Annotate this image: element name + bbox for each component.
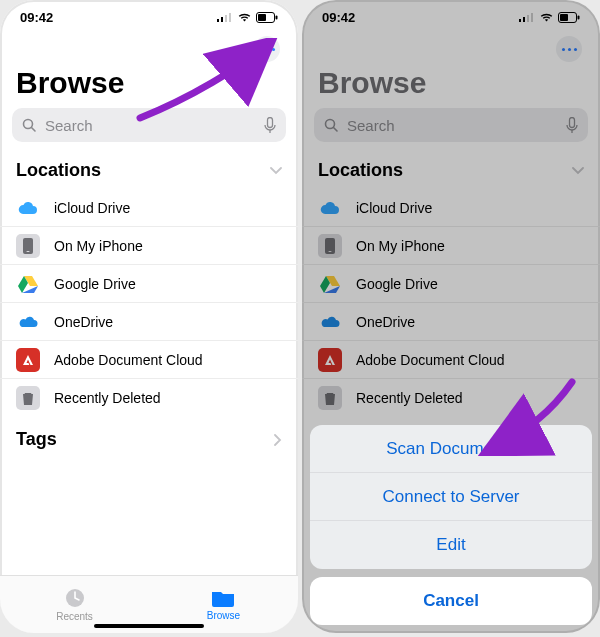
action-label: Cancel	[423, 591, 479, 611]
svg-rect-28	[325, 238, 335, 254]
svg-marker-30	[326, 276, 340, 286]
location-label: Recently Deleted	[54, 390, 161, 406]
wifi-icon	[237, 12, 252, 22]
action-sheet-group: Scan Documents Connect to Server Edit	[310, 425, 592, 569]
clock-icon	[64, 587, 86, 609]
location-row[interactable]: Recently Deleted	[0, 379, 298, 417]
status-bar: 09:42	[0, 0, 298, 34]
tags-header[interactable]: Tags	[0, 421, 298, 458]
location-label: iCloud Drive	[54, 200, 130, 216]
status-time: 09:42	[322, 10, 355, 25]
location-label: OneDrive	[356, 314, 415, 330]
location-row[interactable]: iCloud Drive	[0, 189, 298, 227]
location-label: Google Drive	[356, 276, 438, 292]
svg-rect-20	[531, 13, 533, 22]
search-placeholder: Search	[45, 117, 93, 134]
battery-icon	[256, 12, 278, 23]
svg-rect-5	[258, 14, 266, 21]
location-label: Adobe Document Cloud	[54, 352, 203, 368]
svg-point-24	[326, 119, 335, 128]
svg-marker-31	[320, 276, 330, 293]
phone-icon	[318, 234, 342, 258]
locations-label: Locations	[318, 160, 403, 181]
search-icon	[324, 118, 339, 133]
tags-label: Tags	[16, 429, 57, 450]
onedrive-icon	[318, 310, 342, 334]
cloud-icon	[318, 196, 342, 220]
svg-marker-32	[324, 286, 340, 293]
phone-right: 09:42 Browse Search Locations iCloud Dr	[302, 0, 600, 633]
status-time: 09:42	[20, 10, 53, 25]
action-label: Edit	[436, 535, 465, 555]
svg-rect-12	[27, 251, 30, 252]
chevron-down-icon	[270, 167, 282, 175]
wifi-icon	[539, 12, 554, 22]
action-cancel[interactable]: Cancel	[310, 577, 592, 625]
svg-rect-19	[527, 15, 529, 22]
location-row[interactable]: OneDrive	[302, 303, 600, 341]
location-row[interactable]: iCloud Drive	[302, 189, 600, 227]
location-label: Adobe Document Cloud	[356, 352, 505, 368]
location-label: On My iPhone	[54, 238, 143, 254]
signal-icon	[217, 12, 233, 22]
page-title: Browse	[0, 64, 298, 108]
action-label: Connect to Server	[382, 487, 519, 507]
location-label: OneDrive	[54, 314, 113, 330]
svg-rect-2	[225, 15, 227, 22]
svg-rect-29	[329, 251, 332, 252]
onedrive-icon	[16, 310, 40, 334]
chevron-right-icon	[274, 434, 282, 446]
location-row[interactable]: On My iPhone	[302, 227, 600, 265]
location-label: Google Drive	[54, 276, 136, 292]
locations-list: iCloud Drive On My iPhone Google Drive O…	[0, 189, 298, 417]
mic-icon[interactable]	[566, 117, 578, 134]
locations-header[interactable]: Locations	[302, 152, 600, 189]
location-label: Recently Deleted	[356, 390, 463, 406]
signal-icon	[519, 12, 535, 22]
svg-rect-9	[268, 117, 273, 127]
trash-icon	[318, 386, 342, 410]
location-row[interactable]: Adobe Document Cloud	[0, 341, 298, 379]
status-icons	[217, 12, 278, 23]
status-bar: 09:42	[302, 0, 600, 34]
location-row[interactable]: Google Drive	[0, 265, 298, 303]
action-sheet: Scan Documents Connect to Server Edit Ca…	[310, 425, 592, 625]
tab-label: Recents	[56, 611, 93, 622]
location-row[interactable]: Google Drive	[302, 265, 600, 303]
svg-rect-18	[523, 17, 525, 22]
svg-rect-3	[229, 13, 231, 22]
home-indicator[interactable]	[94, 624, 204, 628]
chevron-down-icon	[572, 167, 584, 175]
svg-rect-23	[578, 15, 580, 19]
action-connect-to-server[interactable]: Connect to Server	[310, 473, 592, 521]
search-field[interactable]: Search	[12, 108, 286, 142]
location-row[interactable]: Recently Deleted	[302, 379, 600, 417]
locations-label: Locations	[16, 160, 101, 181]
svg-rect-26	[570, 117, 575, 127]
gdrive-icon	[318, 272, 342, 296]
location-label: On My iPhone	[356, 238, 445, 254]
location-row[interactable]: Adobe Document Cloud	[302, 341, 600, 379]
location-row[interactable]: On My iPhone	[0, 227, 298, 265]
phone-icon	[16, 234, 40, 258]
phone-left: 09:42 Browse Search Locations iCloud Dr	[0, 0, 298, 633]
action-scan-documents[interactable]: Scan Documents	[310, 425, 592, 473]
trash-icon	[16, 386, 40, 410]
locations-list: iCloud Drive On My iPhone Google Drive O…	[302, 189, 600, 417]
page-title: Browse	[302, 64, 600, 108]
search-placeholder: Search	[347, 117, 395, 134]
mic-icon[interactable]	[264, 117, 276, 134]
locations-header[interactable]: Locations	[0, 152, 298, 189]
status-icons	[519, 12, 580, 23]
adobe-icon	[16, 348, 40, 372]
svg-line-8	[32, 127, 36, 131]
search-icon	[22, 118, 37, 133]
more-button[interactable]	[254, 36, 280, 62]
battery-icon	[558, 12, 580, 23]
action-edit[interactable]: Edit	[310, 521, 592, 569]
search-field[interactable]: Search	[314, 108, 588, 142]
more-button[interactable]	[556, 36, 582, 62]
location-label: iCloud Drive	[356, 200, 432, 216]
svg-line-25	[334, 127, 338, 131]
location-row[interactable]: OneDrive	[0, 303, 298, 341]
